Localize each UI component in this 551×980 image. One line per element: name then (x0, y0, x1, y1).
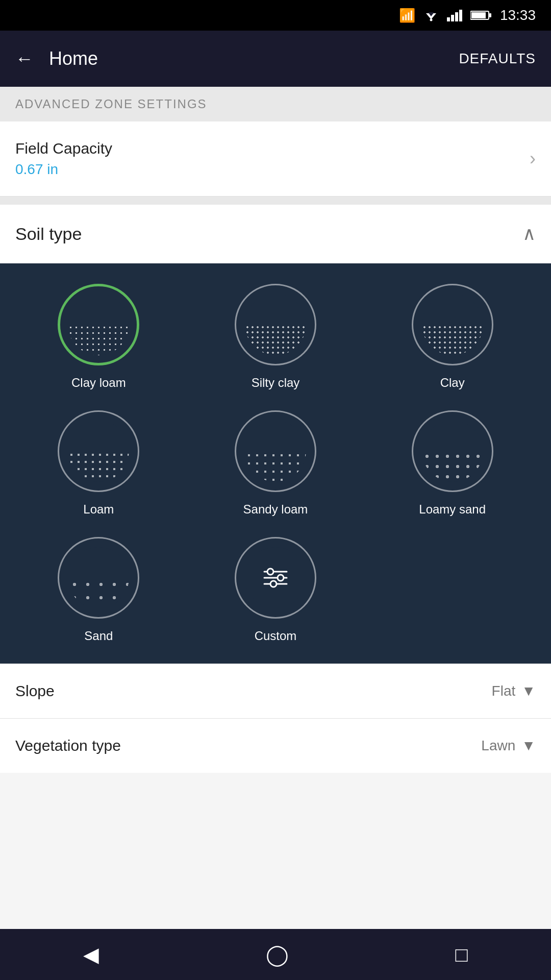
soil-type-grid: Clay loam Silty clay Clay Loam (0, 263, 551, 664)
svg-rect-9 (489, 13, 491, 17)
chevron-right-icon: › (530, 148, 536, 169)
vegetation-type-label: Vegetation type (15, 737, 121, 754)
soil-circle-clay-loam (58, 284, 139, 365)
soil-item-sandy-loam[interactable]: Sandy loam (192, 410, 359, 517)
recent-nav-icon[interactable]: □ (456, 943, 468, 966)
slope-value: Flat (492, 683, 516, 699)
soil-item-sand[interactable]: Sand (15, 537, 182, 643)
soil-name-clay-loam: Clay loam (71, 376, 126, 390)
status-time: 13:33 (500, 7, 536, 23)
soil-circle-sand (58, 537, 139, 619)
soil-item-loam[interactable]: Loam (15, 410, 182, 517)
status-icons: 📶 13:33 (399, 7, 536, 23)
svg-rect-8 (471, 12, 486, 18)
svg-rect-4 (451, 15, 454, 21)
soil-item-custom[interactable]: Custom (192, 537, 359, 643)
bluetooth-icon: 📶 (399, 8, 415, 23)
soil-circle-loam (58, 410, 139, 492)
home-nav-icon[interactable]: ◯ (266, 943, 289, 966)
soil-circle-sandy-loam (235, 410, 316, 492)
back-nav-icon[interactable]: ◀ (83, 943, 99, 966)
signal-icon (447, 9, 462, 21)
vegetation-value-container: Lawn ▼ (481, 738, 536, 754)
svg-point-14 (278, 575, 284, 581)
custom-sliders-icon (245, 547, 306, 608)
app-header: ← Home DEFAULTS (0, 31, 551, 87)
slope-value-container: Flat ▼ (492, 683, 536, 699)
soil-name-loamy-sand: Loamy sand (419, 502, 486, 517)
back-button[interactable]: ← (15, 48, 34, 69)
soil-item-clay-loam[interactable]: Clay loam (15, 284, 182, 390)
svg-point-13 (267, 569, 273, 575)
slope-row[interactable]: Slope Flat ▼ (0, 664, 551, 718)
vegetation-dropdown-icon: ▼ (521, 738, 536, 754)
bottom-navigation: ◀ ◯ □ (0, 929, 551, 980)
soil-circle-custom (235, 537, 316, 619)
slope-dropdown-icon: ▼ (521, 683, 536, 699)
svg-rect-6 (459, 10, 462, 21)
soil-type-label: Soil type (15, 224, 82, 244)
soil-item-silty-clay[interactable]: Silty clay (192, 284, 359, 390)
header-title: Home (49, 48, 459, 69)
soil-circle-loamy-sand (412, 410, 493, 492)
soil-name-custom: Custom (255, 629, 297, 643)
soil-circle-silty-clay (235, 284, 316, 365)
soil-type-header[interactable]: Soil type ∧ (0, 205, 551, 263)
field-capacity-label: Field Capacity (15, 140, 112, 157)
vegetation-type-row[interactable]: Vegetation type Lawn ▼ (0, 718, 551, 773)
svg-rect-3 (447, 17, 450, 21)
soil-item-clay[interactable]: Clay (369, 284, 536, 390)
slope-label: Slope (15, 682, 55, 700)
field-capacity-row[interactable]: Field Capacity 0.67 in › (0, 121, 551, 197)
field-capacity-value: 0.67 in (15, 161, 112, 178)
status-bar: 📶 13:33 (0, 0, 551, 31)
vegetation-value: Lawn (481, 738, 515, 754)
advanced-zone-section-header: ADVANCED ZONE SETTINGS (0, 87, 551, 121)
defaults-button[interactable]: DEFAULTS (459, 51, 536, 67)
svg-point-2 (430, 19, 432, 21)
svg-point-15 (270, 581, 277, 587)
field-capacity-info: Field Capacity 0.67 in (15, 140, 112, 178)
svg-rect-5 (455, 12, 458, 21)
divider (0, 197, 551, 205)
wifi-icon (423, 9, 439, 21)
soil-circle-clay (412, 284, 493, 365)
chevron-up-icon: ∧ (522, 223, 536, 244)
soil-item-loamy-sand[interactable]: Loamy sand (369, 410, 536, 517)
soil-name-sand: Sand (84, 629, 113, 643)
battery-icon (470, 10, 492, 21)
soil-name-loam: Loam (83, 502, 114, 517)
section-header-text: ADVANCED ZONE SETTINGS (15, 97, 207, 111)
soil-name-silty-clay: Silty clay (252, 376, 300, 390)
soil-name-clay: Clay (440, 376, 465, 390)
soil-name-sandy-loam: Sandy loam (243, 502, 308, 517)
